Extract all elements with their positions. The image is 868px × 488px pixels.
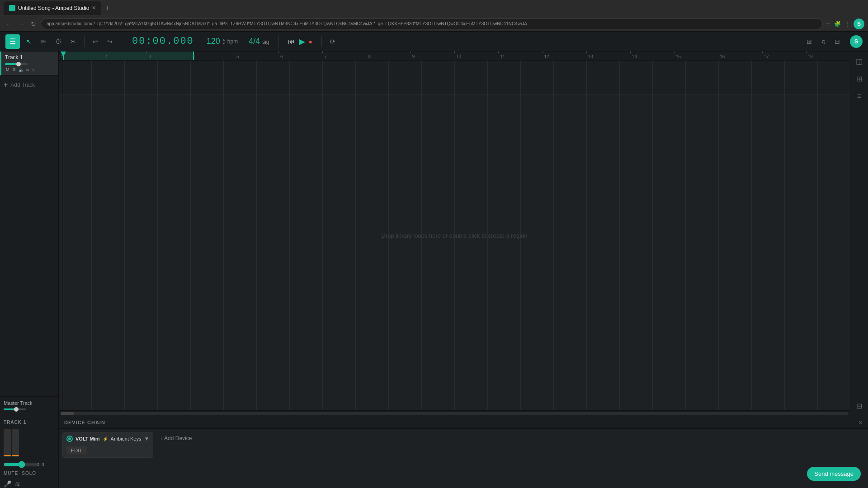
- bpm-down-arrow[interactable]: ▼: [222, 42, 226, 46]
- add-device-button[interactable]: + Add Device: [157, 432, 194, 444]
- track-item-1[interactable]: Track 1 M S 🔈 ≋ ∿: [0, 52, 58, 75]
- snap-button[interactable]: ⊞: [804, 36, 815, 47]
- pencil-tool-button[interactable]: ✏: [38, 36, 49, 47]
- time-signature[interactable]: 4/4 sig: [249, 37, 269, 46]
- send-message-button[interactable]: Send message: [807, 467, 861, 481]
- device-chain-header: DEVICE CHAIN ×: [59, 416, 868, 429]
- extension-icon[interactable]: 🧩: [834, 21, 841, 27]
- track-knob-handle-1: [16, 62, 21, 66]
- scrollbar-track[interactable]: [61, 412, 848, 415]
- app-container: ☰ ↖ ✏ ⏱ ✂ ↩ ↪ 00:00.000 120 ▲ ▼: [0, 32, 868, 488]
- timeline-container: 123456789101112131415161718 Drop library…: [59, 52, 850, 416]
- forward-button[interactable]: →: [16, 19, 26, 28]
- tab-close-button[interactable]: ✕: [92, 5, 96, 11]
- ruler-mark-8: 8: [367, 54, 410, 59]
- track-mute-button-1[interactable]: M: [5, 67, 10, 72]
- clock-tool-button[interactable]: ⏱: [52, 36, 64, 47]
- ruler-mark-17: 17: [762, 54, 806, 59]
- redo-button[interactable]: ↪: [104, 36, 115, 47]
- bottom-panel: TRACK 1 0 MUTE SOLO 🎤 ≋: [0, 416, 868, 488]
- refresh-button[interactable]: ↻: [29, 19, 38, 28]
- ruler-mark-12: 12: [542, 54, 586, 59]
- profile-avatar[interactable]: S: [854, 19, 864, 29]
- play-button[interactable]: ▶: [299, 37, 305, 47]
- browser-chrome: Untitled Song - Amped Studio ✕ +: [0, 0, 868, 16]
- ruler-mark-10: 10: [454, 54, 498, 59]
- midi-icon: ♫: [821, 38, 826, 45]
- right-panel-icon-2[interactable]: ⊞: [854, 73, 864, 85]
- add-track-label: Add Track: [10, 82, 35, 88]
- timeline-scrollbar[interactable]: [59, 410, 850, 416]
- new-tab-button[interactable]: +: [103, 4, 111, 12]
- track-volume-slider[interactable]: [4, 461, 40, 468]
- midi-button[interactable]: ♫: [818, 36, 829, 47]
- master-knob-handle: [14, 407, 19, 412]
- device-item-header: VOLT Mini ⚡ Ambient Keys ▼: [66, 436, 149, 442]
- main-area: Track 1 M S 🔈 ≋ ∿ + Add Tra: [0, 52, 868, 416]
- bottom-mic-icon[interactable]: 🎤: [4, 480, 11, 488]
- toolbar-separator-2: [121, 36, 121, 47]
- bottom-solo-button[interactable]: SOLO: [22, 471, 36, 476]
- master-volume[interactable]: [4, 408, 55, 410]
- menu-dots-icon[interactable]: ⋮: [844, 21, 850, 27]
- hamburger-icon: ☰: [9, 37, 16, 46]
- app-profile-avatar[interactable]: S: [850, 35, 863, 48]
- device-preset-dropdown[interactable]: ▼: [144, 436, 149, 442]
- meter-bar-left: [4, 429, 11, 456]
- record-button[interactable]: ●: [309, 38, 312, 45]
- bpm-up-arrow[interactable]: ▲: [222, 38, 226, 42]
- ruler-mark-14: 14: [630, 54, 674, 59]
- back-button[interactable]: ←: [4, 19, 14, 28]
- active-tab[interactable]: Untitled Song - Amped Studio ✕: [4, 1, 101, 15]
- ruler-mark-4: 4: [191, 54, 235, 59]
- timeline-ruler[interactable]: 123456789101112131415161718: [59, 52, 850, 61]
- device-chain-close-button[interactable]: ×: [859, 419, 863, 426]
- bpm-display[interactable]: 120 ▲ ▼ bpm: [207, 37, 238, 46]
- arrange-button[interactable]: ⊟: [832, 36, 843, 47]
- track-eq-icon-1[interactable]: ≋: [26, 67, 29, 72]
- loop-button[interactable]: ⟳: [327, 36, 338, 47]
- track-canvas[interactable]: Drop library loops here or double click …: [59, 61, 850, 410]
- scrollbar-thumb[interactable]: [61, 412, 74, 415]
- bottom-eq-icon[interactable]: ≋: [15, 480, 20, 488]
- timeline-playhead-line: [63, 61, 63, 410]
- device-power-button[interactable]: [66, 436, 73, 442]
- playhead: [63, 52, 64, 60]
- bookmark-icon[interactable]: ☆: [826, 21, 830, 27]
- add-track-button[interactable]: + Add Track: [0, 75, 58, 94]
- track-wave-icon-1[interactable]: ∿: [31, 67, 35, 72]
- nav-bar: ← → ↻ app.ampedstudio.com/?_gl=1*zkt20c*…: [0, 16, 868, 32]
- device-item-volt-mini: VOLT Mini ⚡ Ambient Keys ▼ EDIT: [62, 432, 153, 458]
- bottom-mute-button[interactable]: MUTE: [4, 471, 18, 476]
- device-edit-button[interactable]: EDIT: [66, 446, 87, 455]
- undo-button[interactable]: ↩: [90, 36, 101, 47]
- ruler-marks: 123456789101112131415161718: [59, 54, 850, 59]
- scissors-tool-button[interactable]: ✂: [68, 36, 79, 47]
- right-panel-icon-1[interactable]: ◫: [854, 55, 864, 67]
- snap-icon: ⊞: [807, 38, 812, 45]
- track-volume-icon-1[interactable]: 🔈: [19, 67, 24, 72]
- rewind-button[interactable]: ⏮: [288, 38, 295, 46]
- right-panel-icon-4[interactable]: ⊟: [854, 400, 864, 412]
- master-volume-knob[interactable]: [4, 408, 26, 410]
- device-preset[interactable]: Ambient Keys: [111, 436, 142, 441]
- undo-icon: ↩: [93, 38, 98, 45]
- address-bar[interactable]: app.ampedstudio.com/?_gl=1*zkt20c*_ga*MT…: [41, 19, 823, 29]
- ruler-mark-5: 5: [235, 54, 278, 59]
- track-solo-button-1[interactable]: S: [12, 67, 17, 72]
- device-chain: DEVICE CHAIN × VOLT Mini ⚡ Ambient Keys: [59, 416, 868, 488]
- clock-icon: ⏱: [55, 38, 61, 45]
- bpm-arrows[interactable]: ▲ ▼: [222, 38, 226, 46]
- right-panel-icon-3[interactable]: ≡: [855, 90, 863, 102]
- drop-hint: Drop library loops here or double click …: [381, 232, 527, 239]
- ruler-mark-15: 15: [674, 54, 718, 59]
- bpm-label: bpm: [227, 38, 238, 45]
- ruler-mark-6: 6: [278, 54, 322, 59]
- nav-icons: ☆ 🧩 ⋮ S: [826, 19, 864, 29]
- menu-button[interactable]: ☰: [5, 34, 20, 49]
- select-tool-button[interactable]: ↖: [24, 36, 34, 47]
- track-volume-knob-1[interactable]: [5, 63, 28, 65]
- ruler-mark-7: 7: [322, 54, 366, 59]
- redo-icon: ↪: [107, 38, 113, 45]
- track-volume-1[interactable]: [5, 63, 55, 65]
